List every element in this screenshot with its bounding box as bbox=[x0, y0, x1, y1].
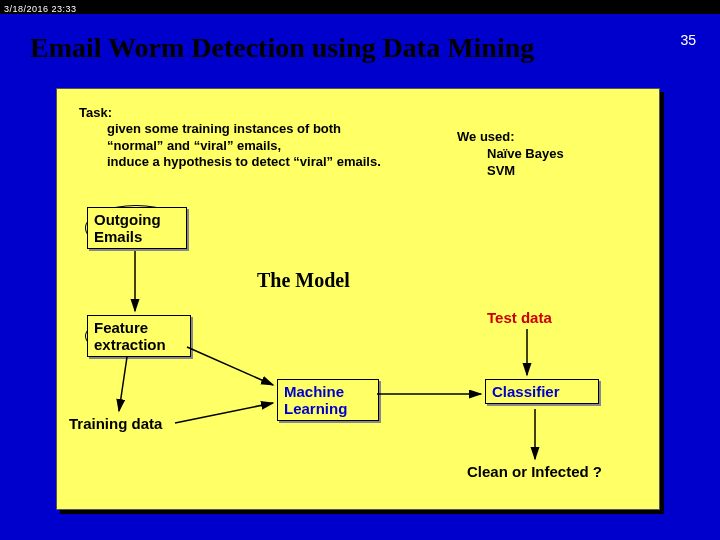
outgoing-line2: Emails bbox=[94, 228, 142, 245]
task-line1: given some training instances of both bbox=[107, 121, 429, 137]
feature-line1: Feature bbox=[94, 319, 148, 336]
used-item2: SVM bbox=[487, 163, 637, 180]
outgoing-line1: Outgoing bbox=[94, 211, 161, 228]
ml-line2: Learning bbox=[284, 400, 347, 417]
clean-infected-label: Clean or Infected ? bbox=[467, 463, 602, 480]
ml-line1: Machine bbox=[284, 383, 344, 400]
classifier-box: Classifier bbox=[485, 379, 599, 404]
task-block: Task: given some training instances of b… bbox=[79, 105, 429, 170]
training-data-label: Training data bbox=[69, 415, 162, 432]
svg-line-1 bbox=[187, 347, 273, 385]
content-panel: Task: given some training instances of b… bbox=[56, 88, 660, 510]
feature-extraction-box: Feature extraction bbox=[87, 315, 191, 357]
slide-title: Email Worm Detection using Data Mining bbox=[30, 32, 670, 64]
model-heading: The Model bbox=[257, 269, 350, 292]
timestamp-label: 3/18/2016 23:33 bbox=[4, 4, 77, 14]
svg-line-3 bbox=[175, 403, 273, 423]
outgoing-emails-box: Outgoing Emails bbox=[87, 207, 187, 249]
used-heading: We used: bbox=[457, 129, 637, 146]
task-line3: induce a hypothesis to detect “viral” em… bbox=[107, 154, 429, 170]
svg-line-2 bbox=[119, 357, 127, 411]
task-heading: Task: bbox=[79, 105, 429, 121]
page-number: 35 bbox=[680, 32, 696, 48]
machine-learning-box: Machine Learning bbox=[277, 379, 379, 421]
feature-line2: extraction bbox=[94, 336, 166, 353]
slide-background: Email Worm Detection using Data Mining 3… bbox=[0, 14, 720, 540]
test-data-label: Test data bbox=[487, 309, 552, 326]
task-line2: “normal” and “viral” emails, bbox=[107, 138, 429, 154]
used-item1: Naïve Bayes bbox=[487, 146, 637, 163]
used-block: We used: Naïve Bayes SVM bbox=[457, 129, 637, 180]
